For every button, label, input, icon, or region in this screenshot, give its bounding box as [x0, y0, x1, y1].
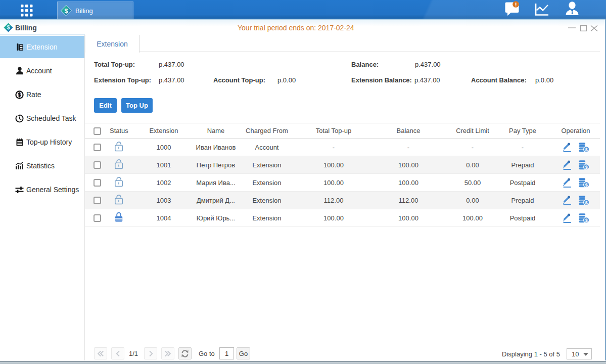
svg-text:$: $: [585, 165, 588, 170]
svg-text:$: $: [7, 24, 10, 30]
svg-text:$: $: [585, 183, 588, 188]
svg-text:$: $: [585, 200, 588, 205]
svg-text:$: $: [585, 218, 588, 223]
svg-text:$: $: [64, 7, 68, 15]
svg-text:$: $: [585, 147, 588, 152]
